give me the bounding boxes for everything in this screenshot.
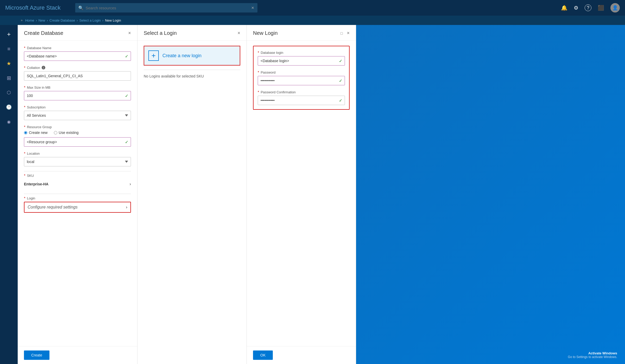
collation-input[interactable] [24,71,131,81]
max-size-group: * Max Size in MB ✓ [24,85,131,100]
password-confirm-input[interactable] [258,96,345,105]
sidebar-item-add[interactable]: + [1,28,17,41]
monitor-icon: ◉ [7,119,11,124]
topbar: Microsoft Azure Stack 🔍 ✕ 🔔 ⚙ ? ⬛ 👤 [0,0,625,16]
sku-chevron-right-icon: › [130,182,131,186]
resource-group-check-icon: ✓ [125,140,128,145]
breadcrumb-bar: » Home › New › Create Database › Select … [0,16,625,25]
use-existing-radio[interactable] [54,131,57,134]
password-confirm-check-icon: ✓ [339,98,342,103]
content-area: Create Database × * Database Name ✓ [18,25,625,364]
create-button[interactable]: Create [24,350,49,360]
search-input[interactable] [86,6,249,10]
use-existing-radio-label[interactable]: Use existing [54,131,79,135]
resource-group-radio-group: Create new Use existing [24,131,131,135]
login-value: Configure required settings [28,205,78,210]
db-login-input[interactable] [258,56,345,66]
panel-1-body: * Database Name ✓ * Collation i [18,41,137,346]
maximize-button[interactable]: □ [340,31,343,35]
login-section[interactable]: Configure required settings › [24,202,131,213]
blue-right-area: Activate Windows Go to Settings to activ… [356,25,625,364]
activity-icon: 🕐 [6,104,12,110]
plus-icon: + [7,31,11,38]
database-name-input[interactable] [24,51,131,61]
database-name-group: * Database Name ✓ [24,46,131,61]
collation-input-wrapper [24,71,131,81]
menu-icon: ≡ [7,46,10,52]
max-size-label: * Max Size in MB [24,85,131,89]
breadcrumb-expand[interactable]: » [21,18,23,22]
breadcrumb-current: New Login [105,18,121,22]
breadcrumb-home[interactable]: Home [25,18,34,22]
divider-1 [24,171,131,171]
resource-group-input-wrapper: ✓ [24,137,131,147]
location-group: * Location local [24,151,131,166]
dashboard-icon: ⊞ [7,75,11,81]
panel-3-footer: OK [247,346,356,364]
new-login-form-section: * Database login ✓ * Password [253,46,350,110]
password-label: * Password [258,70,345,74]
gear-icon[interactable]: ⚙ [574,5,578,11]
breadcrumb-select-login[interactable]: Select a Login [79,18,101,22]
password-check-icon: ✓ [339,78,342,83]
panel-1-header: Create Database × [18,25,137,41]
panel-1-title: Create Database [24,30,63,36]
database-name-input-wrapper: ✓ [24,51,131,61]
avatar[interactable]: 👤 [610,3,620,12]
sidebar-item-menu[interactable]: ≡ [1,42,17,56]
panel-3-close-button[interactable]: × [347,30,350,36]
search-container[interactable]: 🔍 ✕ [75,3,257,12]
max-size-check-icon: ✓ [125,93,128,98]
star-icon: ★ [7,60,11,67]
subscription-select[interactable]: All Services [24,111,131,120]
sku-value: Enterprise-HA [24,182,48,186]
activate-windows-title[interactable]: Activate Windows [568,351,617,355]
create-new-radio[interactable] [24,131,27,134]
login-label: * Login [24,196,131,200]
panel-3-title: New Login [253,30,278,36]
location-select[interactable]: local [24,157,131,166]
sidebar-item-monitor[interactable]: ◉ [1,115,17,128]
password-group: * Password ✓ [258,70,345,85]
panel-2-body: + Create a new login No Logins available… [137,41,247,364]
max-size-input[interactable] [24,91,131,100]
max-size-input-wrapper: ✓ [24,91,131,100]
panel-2-close-button[interactable]: × [237,30,240,36]
sku-chevron-row[interactable]: Enterprise-HA › [24,179,131,189]
collation-group: * Collation i [24,66,131,81]
no-logins-text: No Logins available for selected SKU [144,72,240,80]
bell-icon[interactable]: 🔔 [561,5,567,11]
ok-button[interactable]: OK [253,350,273,360]
search-close-icon[interactable]: ✕ [251,6,254,10]
collation-info-icon[interactable]: i [42,66,45,69]
sidebar: + ≡ ★ ⊞ ⬡ 🕐 ◉ [0,25,18,364]
resource-group-input[interactable] [24,137,131,147]
password-input[interactable] [258,76,345,85]
sidebar-item-resources[interactable]: ⬡ [1,86,17,99]
db-login-check-icon: ✓ [339,58,342,63]
breadcrumb-new[interactable]: New [39,18,45,22]
resource-group-label: * Resource Group [24,125,131,129]
subscription-group: * Subscription All Services [24,105,131,120]
login-chevron-row[interactable]: Configure required settings › [28,205,127,210]
sidebar-item-favorites[interactable]: ★ [1,57,17,70]
create-new-radio-label[interactable]: Create new [24,131,48,135]
db-login-input-wrapper: ✓ [258,56,345,66]
panel-1-close-button[interactable]: × [128,30,131,36]
portal-icon[interactable]: ⬛ [598,5,604,11]
location-label: * Location [24,151,131,155]
topbar-icons: 🔔 ⚙ ? ⬛ 👤 [561,3,620,12]
breadcrumb-create-database[interactable]: Create Database [49,18,75,22]
panel-3-body: * Database login ✓ * Password [247,41,356,346]
password-input-wrapper: ✓ [258,76,345,85]
resources-icon: ⬡ [7,90,11,95]
sku-label: * SKU [24,173,131,178]
create-login-card[interactable]: + Create a new login [144,46,240,66]
password-confirm-label: * Password Confirmation [258,90,345,94]
sidebar-item-activity[interactable]: 🕐 [1,100,17,114]
panel-3-header: New Login □ × [247,25,356,41]
divider-2 [24,194,131,194]
sidebar-item-dashboard[interactable]: ⊞ [1,71,17,85]
help-icon[interactable]: ? [585,4,591,11]
database-name-check-icon: ✓ [125,54,128,59]
